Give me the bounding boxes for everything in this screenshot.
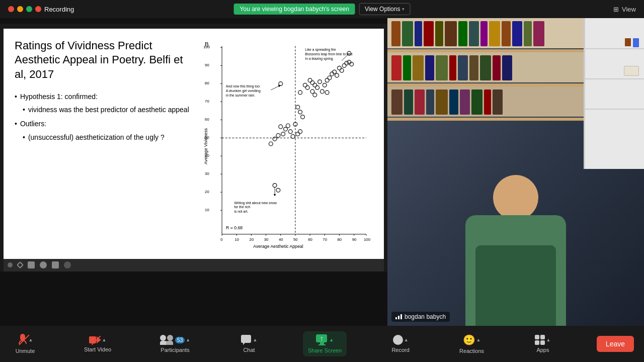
svg-point-76 (286, 124, 290, 128)
leave-button[interactable]: Leave (597, 336, 634, 352)
unmute-button[interactable]: ▲ Unmute (10, 331, 40, 357)
reactions-icon: 🙂 (463, 334, 475, 346)
chevron-icon[interactable]: ▲ (329, 337, 334, 342)
svg-point-50 (303, 83, 307, 87)
svg-text:20: 20 (250, 237, 254, 242)
apps-button[interactable]: ▲ Apps (528, 332, 558, 356)
window-maximize[interactable] (26, 6, 32, 12)
chevron-icon[interactable]: ▲ (29, 337, 33, 342)
svg-point-66 (335, 73, 339, 77)
apps-icon (535, 335, 545, 345)
chevron-icon[interactable]: ▲ (186, 337, 190, 342)
svg-text:Like a spreading fire: Like a spreading fire (305, 48, 336, 52)
slide-tool-undo[interactable] (64, 261, 71, 268)
svg-point-57 (315, 85, 319, 89)
svg-text:Average Vividness: Average Vividness (203, 128, 208, 164)
svg-text:In a blazing spring.: In a blazing spring. (305, 57, 334, 61)
chevron-down-icon: ▾ (402, 7, 405, 12)
svg-point-68 (340, 68, 344, 72)
person-shirt (475, 245, 556, 326)
slide-bullets: • Hypothesis 1: confirmed: • vividness w… (15, 91, 193, 143)
chevron-icon[interactable]: ▲ (546, 337, 550, 342)
person-body (465, 215, 566, 326)
svg-text:A drunken girl vomiting: A drunken girl vomiting (226, 89, 261, 93)
start-video-label: Start Video (84, 346, 111, 352)
share-screen-button[interactable]: ↑ ▲ Share Screen (303, 331, 347, 356)
view-options-button[interactable]: View Options ▾ (359, 3, 410, 15)
chat-button[interactable]: ▲ Chat (234, 332, 264, 356)
slide-tool-text[interactable] (28, 261, 35, 268)
slide-tool-pointer[interactable] (8, 262, 13, 267)
svg-point-62 (325, 90, 329, 95)
svg-point-58 (318, 79, 322, 83)
slide-content: Ratings of Vividness Predict Aesthetic A… (4, 29, 384, 259)
svg-point-51 (305, 85, 309, 89)
svg-text:R = 0.68: R = 0.68 (226, 225, 243, 230)
svg-text:And now this thing too:: And now this thing too: (226, 84, 261, 88)
svg-text:10: 10 (234, 237, 239, 242)
svg-point-80 (296, 132, 300, 136)
svg-text:70: 70 (205, 99, 209, 104)
svg-text:90: 90 (205, 63, 209, 67)
slide-container: Ratings of Vividness Predict Aesthetic A… (0, 18, 387, 326)
svg-text:in the summer rain.: in the summer rain. (226, 94, 255, 97)
unmute-label: Unmute (16, 348, 35, 354)
record-button[interactable]: ▲ Record (385, 332, 416, 356)
bullet-text: (unsuccessful) aestheticization of the u… (28, 132, 165, 143)
svg-text:10: 10 (205, 208, 209, 212)
svg-point-74 (281, 132, 285, 136)
bullet-dot: • (15, 91, 17, 102)
camera-name-bar: bogdan babych (391, 312, 450, 322)
svg-point-84 (301, 115, 305, 119)
slide-tool-pen[interactable] (17, 261, 24, 268)
share-screen-label: Share Screen (308, 347, 342, 353)
svg-point-63 (328, 76, 332, 80)
participants-count: 53 (175, 337, 185, 343)
chevron-icon[interactable]: ▲ (476, 337, 481, 342)
top-bar: Recording You are viewing bogdan babych'… (0, 0, 644, 18)
svg-point-69 (342, 63, 346, 67)
participants-button[interactable]: 53 ▲ Participants (155, 332, 195, 356)
slide-tool-more[interactable] (52, 261, 59, 268)
slide-title: Ratings of Vividness Predict Aesthetic A… (15, 39, 193, 82)
window-minimize[interactable] (17, 6, 23, 12)
chevron-icon[interactable]: ▲ (253, 337, 258, 342)
chevron-icon[interactable]: ▲ (404, 337, 409, 342)
chevron-icon[interactable]: ▲ (102, 337, 107, 342)
svg-text:50: 50 (293, 237, 298, 242)
svg-text:is not art.: is not art. (234, 210, 248, 213)
svg-point-49 (298, 90, 302, 95)
svg-point-81 (296, 105, 300, 109)
svg-point-85 (269, 142, 273, 146)
bullet-dot: • (23, 132, 25, 143)
svg-point-59 (320, 89, 325, 94)
slide-toolbar (4, 259, 384, 272)
svg-text:30: 30 (264, 237, 269, 242)
slide-frame: Ratings of Vividness Predict Aesthetic A… (4, 29, 384, 259)
participants-label: Participants (160, 347, 189, 353)
svg-point-53 (310, 80, 314, 84)
signal-bar-3 (400, 314, 402, 319)
svg-text:20: 20 (205, 190, 209, 194)
camera-feed: bogdan babych (387, 18, 644, 326)
start-video-button[interactable]: ▲ Start Video (79, 332, 116, 355)
svg-point-88 (273, 184, 277, 188)
bullet-dot: • (23, 104, 25, 115)
bullet-text: Outliers: (20, 118, 46, 129)
record-icon (393, 335, 403, 345)
view-label: View (622, 6, 636, 13)
person-area (440, 165, 591, 326)
svg-point-78 (291, 134, 295, 138)
signal-icon (395, 314, 402, 319)
svg-point-61 (325, 78, 329, 82)
window-close[interactable] (8, 6, 14, 12)
slide-tool-shape[interactable] (40, 261, 47, 268)
svg-text:for the rich: for the rich (234, 205, 250, 209)
svg-text:40: 40 (279, 237, 283, 242)
slide-chart: B 100 90 80 70 (198, 39, 373, 249)
camera-background: bogdan babych (387, 18, 644, 326)
bullet-text: Hypothesis 1: confirmed: (20, 91, 98, 102)
svg-point-87 (276, 133, 280, 137)
svg-point-86 (273, 137, 277, 141)
reactions-button[interactable]: 🙂 ▲ Reactions (454, 331, 489, 357)
